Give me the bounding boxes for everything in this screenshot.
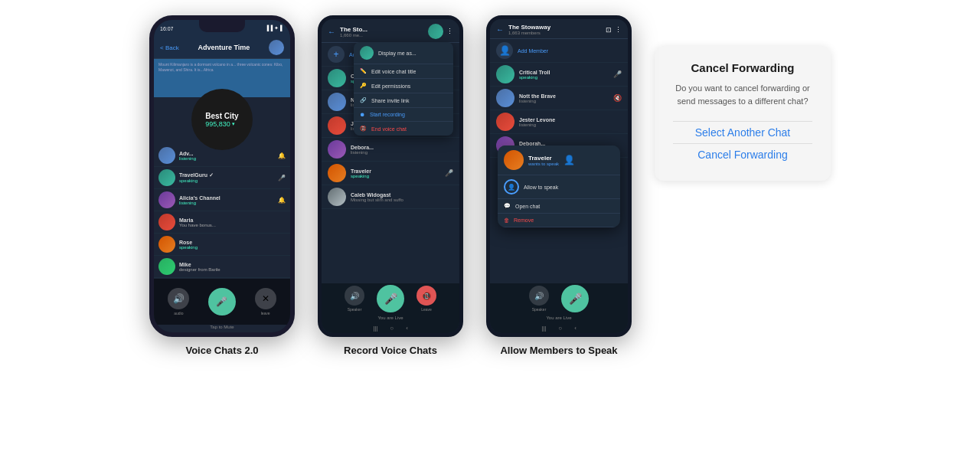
- chat-name: Rose: [179, 240, 286, 245]
- avatar: [158, 214, 175, 230]
- more-icon[interactable]: ⋮: [446, 28, 453, 35]
- list-item: Critical Troll speaking 🎤: [490, 63, 628, 87]
- chat-info: Adv... listening: [179, 151, 274, 161]
- mic-icon: 🔔: [278, 152, 286, 159]
- phone-3-mockup: ← The Stowaway 1,663 members ⊡ ⋮ 👤 Add M…: [486, 15, 632, 337]
- nav-icon-1: |||: [373, 325, 377, 332]
- traveler-popup-header: Traveler wants to speak 👤: [498, 145, 620, 175]
- context-menu: Display me as... ✏️Edit voice chat title…: [354, 42, 453, 136]
- voice-overlay: Best City 995,830 ▾: [191, 89, 253, 150]
- you-are-live-label: You are Live: [546, 316, 571, 320]
- allow-to-speak-action[interactable]: 👤 Allow to speak: [498, 175, 620, 199]
- avatar: [496, 65, 514, 83]
- nav-icon-2: ○: [558, 325, 562, 332]
- context-start-recording[interactable]: ⏺Start recording: [354, 108, 453, 122]
- open-chat-label: Open chat: [515, 204, 540, 209]
- city-count: 995,830: [205, 120, 230, 128]
- mic-button[interactable]: 🎤: [377, 285, 404, 312]
- traveler-action-icon: 👤: [564, 155, 575, 165]
- speaker-button[interactable]: 🔊: [168, 288, 189, 309]
- phone1-header: < Back Adventure Time: [154, 37, 290, 59]
- cancel-forwarding-button[interactable]: Cancel Forwarding: [673, 143, 812, 165]
- nav-icon-1: |||: [541, 325, 546, 332]
- phone3-screen: ← The Stowaway 1,663 members ⊡ ⋮ 👤 Add M…: [490, 19, 628, 333]
- list-item: Debora... listening: [322, 138, 459, 162]
- list-item: Maria You have bonus...: [154, 211, 290, 234]
- phone1-screen: 16:07 ▐▐ ✦ ▌ < Back Adventure Time Mount…: [154, 20, 290, 332]
- nav-icon-3: ‹: [574, 325, 577, 332]
- remove-icon: 🗑: [504, 217, 509, 223]
- context-edit-perms[interactable]: 🔑Edit permissions: [354, 79, 453, 93]
- leave-label: Leave: [421, 307, 432, 312]
- nav-icon-2: ○: [390, 325, 394, 332]
- select-another-chat-button[interactable]: Select Another Chat: [673, 121, 812, 143]
- open-chat-action[interactable]: 💬 Open chat: [498, 199, 620, 214]
- member-info: Caleb Widogast Missing but slim and suff…: [351, 192, 453, 202]
- chat-info: Alicia's Channel listening: [179, 195, 274, 205]
- phone3-subtitle: 1,663 members: [508, 31, 601, 35]
- you-are-live-label: You are Live: [377, 316, 403, 320]
- avatar: [328, 69, 346, 87]
- list-item: Traveler speaking 🎤: [322, 162, 459, 185]
- phone2-subtitle: 1,660 me...: [340, 33, 423, 38]
- chat-name: Adv...: [179, 151, 274, 156]
- group-icon: [428, 24, 443, 39]
- remove-label: Remove: [514, 217, 534, 223]
- back-arrow-icon[interactable]: ←: [496, 25, 504, 34]
- phone3-header: ← The Stowaway 1,663 members ⊡ ⋮: [490, 19, 628, 39]
- back-btn[interactable]: < Back: [160, 44, 179, 51]
- chat-info: Mike designer from Barile: [179, 262, 286, 272]
- back-arrow-icon[interactable]: ←: [328, 28, 335, 36]
- context-share-link[interactable]: 🔗Share invite link: [354, 93, 453, 108]
- add-member-icon: +: [328, 46, 345, 63]
- tap-to-mute-label: Tap to Mute: [154, 325, 290, 332]
- remove-action[interactable]: 🗑 Remove: [498, 214, 620, 227]
- chat-status: listening: [179, 156, 274, 161]
- chat-status: listening: [179, 201, 274, 205]
- chat-title: Adventure Time: [198, 44, 250, 51]
- phone3-controls: 🔊 Speaker 🎤: [529, 285, 589, 312]
- phone2-title-area: The Sto... 1,660 me...: [340, 26, 423, 38]
- phone2-controls: 🔊 Speaker 🎤 📵 Leave: [345, 285, 436, 312]
- add-member-row[interactable]: 👤 Add Member: [490, 39, 628, 63]
- speaker-label: Speaker: [348, 307, 362, 312]
- more-icon[interactable]: ⋮: [615, 26, 622, 34]
- add-member-icon: 👤: [496, 42, 513, 59]
- list-item: Nott the Brave listening 🔇: [490, 87, 628, 110]
- phone3-title: The Stowaway: [508, 24, 601, 31]
- list-item: Alicia's Channel listening 🔔: [154, 189, 290, 211]
- member-info: Nott the Brave listening: [519, 93, 609, 103]
- leave-button[interactable]: 📵: [416, 286, 436, 306]
- caption-phone2: Record Voice Chats: [318, 345, 463, 356]
- traveler-name: Traveler: [528, 155, 559, 162]
- city-name: Best City: [205, 112, 238, 120]
- cancel-forwarding-card: Cancel Forwarding Do you want to cancel …: [655, 46, 831, 181]
- phone3-title-area: The Stowaway 1,663 members: [508, 24, 601, 35]
- phone2-header: ← The Sto... 1,660 me... ⋮: [322, 19, 459, 43]
- voice-overlay-content: Best City 995,830 ▾: [205, 112, 238, 128]
- leave-button[interactable]: ✕: [255, 288, 276, 309]
- allow-icon: 👤: [504, 179, 519, 195]
- nav-icon-3: ‹: [406, 325, 408, 332]
- context-display[interactable]: Display me as...: [354, 42, 453, 64]
- header-avatar: [269, 40, 284, 55]
- chat-name: TravelGuru ✓: [179, 172, 274, 178]
- mic-icon: 🎤: [613, 70, 622, 78]
- speaker-button[interactable]: 🔊: [529, 286, 549, 306]
- context-end-voice[interactable]: 📵End voice chat: [354, 122, 453, 136]
- caption-phone3: Allow Members to Speak: [486, 345, 632, 356]
- caption-phone1: Voice Chats 2.0: [149, 345, 295, 356]
- mic-icon: 🎤: [278, 175, 286, 181]
- member-info: Traveler speaking: [351, 168, 440, 178]
- mic-button[interactable]: 🎤: [208, 288, 236, 316]
- mic-icon: 🎤: [445, 169, 453, 177]
- speaker-label: Speaker: [532, 307, 547, 312]
- mic-button[interactable]: 🎤: [561, 285, 589, 312]
- speaker-button[interactable]: 🔊: [345, 286, 364, 306]
- chat-info: Maria You have bonus...: [179, 217, 286, 227]
- traveler-popup: Traveler wants to speak 👤 👤 Allow to spe…: [498, 145, 620, 227]
- chat-status: speaking: [179, 178, 274, 183]
- chat-info: TravelGuru ✓ speaking: [179, 172, 274, 183]
- context-edit-title[interactable]: ✏️Edit voice chat title: [354, 64, 453, 79]
- screen-icon[interactable]: ⊡: [606, 26, 612, 34]
